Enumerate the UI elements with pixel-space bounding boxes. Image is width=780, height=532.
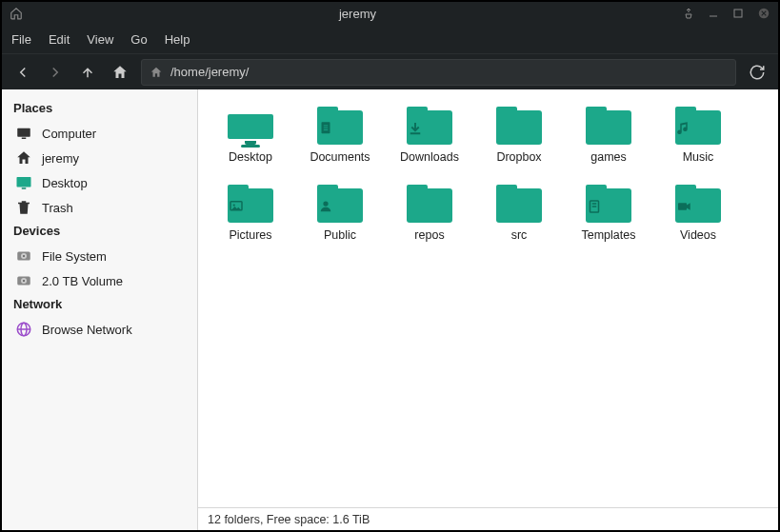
sidebar-item-desktop[interactable]: Desktop	[8, 170, 191, 195]
svg-point-19	[323, 201, 328, 206]
folder-label: Documents	[310, 150, 370, 164]
sidebar-item-jeremy[interactable]: jeremy	[8, 146, 191, 170]
reload-button[interactable]	[746, 61, 769, 84]
home-icon	[15, 149, 32, 167]
svg-point-18	[233, 204, 235, 206]
folder-grid: DesktopDocumentsDownloadsDropboxgamesMus…	[198, 89, 778, 507]
svg-rect-6	[22, 187, 27, 189]
folder-templates[interactable]: Templates	[566, 181, 651, 246]
folder-games[interactable]: games	[566, 103, 651, 167]
folder-dropbox[interactable]: Dropbox	[476, 103, 562, 167]
folder-icon	[228, 185, 273, 223]
folder-src[interactable]: src	[476, 181, 562, 246]
folder-label: Desktop	[229, 150, 272, 164]
svg-rect-21	[678, 203, 687, 210]
folder-label: Templates	[582, 228, 636, 242]
menubar: File Edit View Go Help	[2, 25, 778, 53]
pathbar[interactable]: /home/jeremy/	[141, 59, 736, 86]
back-button[interactable]	[11, 61, 34, 84]
folder-downloads[interactable]: Downloads	[387, 103, 472, 167]
sidebar: PlacesComputerjeremyDesktopTrashDevicesF…	[2, 89, 198, 530]
folder-icon	[586, 185, 631, 223]
desktop-icon	[15, 174, 32, 191]
forward-button[interactable]	[44, 61, 67, 84]
menu-view[interactable]: View	[87, 32, 113, 47]
sidebar-header: Devices	[8, 220, 191, 244]
folder-label: Public	[324, 228, 356, 242]
folder-label: Dropbox	[496, 150, 541, 164]
folder-icon	[675, 107, 721, 145]
folder-videos[interactable]: Videos	[655, 181, 741, 246]
folder-label: Videos	[680, 228, 716, 242]
svg-rect-1	[734, 10, 742, 17]
folder-desktop[interactable]: Desktop	[208, 103, 293, 167]
sidebar-item-label: Browse Network	[42, 323, 132, 337]
close-icon[interactable]	[757, 7, 770, 20]
sidebar-item-label: Computer	[42, 127, 96, 141]
pathbar-text: /home/jeremy/	[170, 65, 249, 79]
home-button[interactable]	[109, 61, 131, 84]
sidebar-item-2-0-tb-volume[interactable]: 2.0 TB Volume	[8, 268, 191, 293]
folder-documents[interactable]: Documents	[297, 103, 383, 167]
sidebar-item-label: jeremy	[42, 151, 79, 166]
minimize-icon[interactable]	[708, 8, 719, 19]
folder-public[interactable]: Public	[297, 181, 383, 246]
folder-pictures[interactable]: Pictures	[208, 181, 293, 246]
pin-icon[interactable]	[683, 8, 694, 19]
app-home-icon	[10, 7, 23, 20]
toolbar: /home/jeremy/	[2, 53, 778, 89]
sidebar-item-label: Desktop	[42, 176, 88, 190]
folder-music[interactable]: Music	[655, 103, 741, 167]
svg-rect-3	[17, 128, 30, 137]
folder-label: Downloads	[400, 150, 459, 164]
disk-icon	[15, 272, 32, 289]
menu-go[interactable]: Go	[130, 32, 147, 47]
statusbar-text: 12 folders, Free space: 1.6 TiB	[208, 513, 370, 526]
svg-rect-5	[17, 177, 31, 187]
menu-file[interactable]: File	[11, 32, 31, 47]
folder-icon	[407, 107, 452, 145]
statusbar: 12 folders, Free space: 1.6 TiB	[198, 507, 778, 530]
folder-icon	[317, 185, 363, 223]
folder-icon	[228, 107, 273, 145]
titlebar: jeremy	[2, 2, 778, 25]
folder-icon	[586, 107, 631, 145]
sidebar-item-browse-network[interactable]: Browse Network	[8, 317, 191, 342]
window-title: jeremy	[32, 7, 683, 21]
folder-icon	[496, 185, 542, 223]
folder-label: games	[590, 150, 627, 164]
sidebar-item-label: Trash	[42, 201, 73, 215]
trash-icon	[15, 199, 32, 216]
folder-label: Music	[683, 150, 714, 164]
folder-icon	[407, 185, 452, 223]
pathbar-home-icon	[150, 66, 163, 79]
disk-icon	[15, 247, 32, 265]
sidebar-header: Places	[8, 97, 191, 121]
folder-label: Pictures	[229, 228, 271, 242]
folder-repos[interactable]: repos	[387, 181, 472, 246]
sidebar-header: Network	[8, 293, 191, 317]
folder-label: src	[511, 228, 528, 242]
menu-help[interactable]: Help	[165, 32, 190, 47]
folder-icon	[496, 107, 542, 145]
sidebar-item-label: 2.0 TB Volume	[42, 274, 123, 288]
svg-point-12	[23, 280, 25, 282]
sidebar-item-label: File System	[42, 249, 107, 264]
maximize-icon[interactable]	[732, 8, 744, 19]
folder-icon	[317, 107, 363, 145]
computer-icon	[15, 125, 32, 142]
folder-label: repos	[414, 228, 444, 242]
svg-point-9	[23, 255, 25, 257]
sidebar-item-computer[interactable]: Computer	[8, 121, 191, 146]
sidebar-item-file-system[interactable]: File System	[8, 244, 191, 268]
folder-icon	[675, 185, 721, 223]
up-button[interactable]	[76, 61, 99, 84]
menu-edit[interactable]: Edit	[49, 32, 70, 47]
network-icon	[15, 321, 32, 338]
sidebar-item-trash[interactable]: Trash	[8, 195, 191, 220]
svg-rect-4	[22, 138, 27, 140]
